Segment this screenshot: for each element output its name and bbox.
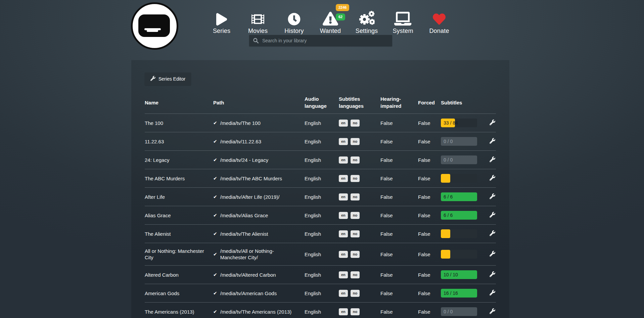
subtitles-languages-cell: enno: [339, 175, 380, 182]
wrench-icon[interactable]: [490, 120, 495, 127]
hearing-impaired-value: False: [380, 194, 418, 200]
series-name[interactable]: The Alienist: [145, 231, 213, 237]
series-editor-panel: Series Editor Name Path Audio language S…: [131, 60, 509, 318]
language-badge: en: [339, 175, 348, 182]
table-row: The ABC Murders✔/media/tv/The ABC Murder…: [145, 169, 496, 187]
series-editor-button[interactable]: Series Editor: [145, 73, 191, 85]
search-icon: [253, 38, 259, 44]
subtitles-progress-label: 0 / 0: [444, 309, 453, 315]
logo-subtitle-bar: [147, 30, 158, 32]
table-row: American Gods✔/media/tv/American GodsEng…: [145, 284, 496, 302]
subtitles-progress-bar: [441, 174, 477, 183]
wrench-icon[interactable]: [490, 156, 495, 164]
hearing-impaired-value: False: [380, 157, 418, 163]
wrench-icon[interactable]: [490, 175, 495, 182]
table-row: 24: Legacy✔/media/tv/24 - LegacyEnglishe…: [145, 150, 496, 169]
subtitles-languages-cell: enno: [339, 289, 380, 297]
series-table-body: The 100✔/media/tv/The 100EnglishennoFals…: [145, 113, 496, 318]
wrench-icon[interactable]: [490, 138, 495, 145]
bazarr-logo[interactable]: [131, 2, 178, 50]
subtitles-progress-bar: 6 / 6: [441, 211, 477, 220]
series-name[interactable]: After Life: [145, 194, 213, 200]
series-path: /media/tv/The ABC Murders: [220, 175, 282, 182]
series-name[interactable]: Alias Grace: [145, 212, 213, 219]
series-name[interactable]: 11.22.63: [145, 138, 213, 145]
subtitles-progress-bar: [441, 250, 477, 259]
hearing-impaired-value: False: [380, 212, 418, 219]
nav-item-settings[interactable]: Settings: [349, 9, 385, 35]
wrench-icon[interactable]: [490, 290, 495, 297]
subtitles-progress-bar: 16 / 16: [441, 289, 477, 298]
subtitles-languages-cell: enno: [339, 271, 380, 278]
hearing-impaired-value: False: [380, 290, 418, 297]
check-icon: ✔: [213, 194, 217, 200]
series-name[interactable]: The ABC Murders: [145, 175, 213, 182]
series-name[interactable]: All or Nothing: Manchester City: [145, 248, 213, 261]
nav-label: System: [393, 28, 413, 35]
subtitles-languages-cell: enno: [339, 251, 380, 258]
table-row: All or Nothing: Manchester City✔/media/t…: [145, 243, 496, 265]
forced-value: False: [418, 138, 441, 145]
heart-icon: [433, 13, 446, 26]
subtitles-progress-label: 33 / 84: [444, 120, 458, 126]
wrench-icon[interactable]: [490, 271, 495, 278]
subtitles-progress-bar: 6 / 6: [441, 192, 477, 201]
wrench-icon[interactable]: [490, 308, 495, 315]
language-badge: no: [351, 251, 360, 258]
nav-label: Donate: [429, 28, 449, 35]
table-header: Name Path Audio language Subtitles langu…: [145, 95, 496, 113]
wrench-icon[interactable]: [490, 230, 495, 237]
table-row: The Americans (2013)✔/media/tv/The Ameri…: [145, 302, 496, 318]
subtitles-progress-label: 0 / 0: [444, 157, 453, 163]
forced-value: False: [418, 251, 441, 258]
nav-label: Wanted: [320, 28, 341, 35]
subtitles-languages-cell: enno: [339, 138, 380, 145]
hearing-impaired-value: False: [380, 138, 418, 145]
series-path: /media/tv/The 100: [220, 120, 261, 126]
subtitles-progress-bar: [441, 229, 477, 238]
nav-item-system[interactable]: System: [385, 9, 421, 35]
subtitles-languages-cell: enno: [339, 156, 380, 164]
check-icon: ✔: [213, 157, 217, 163]
subtitles-languages-cell: enno: [339, 119, 380, 127]
nav-item-series[interactable]: Series: [203, 9, 240, 35]
nav-item-wanted[interactable]: 224662Wanted: [312, 9, 349, 35]
gears-icon: [359, 11, 375, 26]
col-header-forced: Forced: [418, 99, 441, 106]
check-icon: ✔: [213, 138, 217, 145]
series-name[interactable]: The Americans (2013): [145, 309, 213, 315]
language-badge: no: [351, 156, 360, 164]
subtitles-progress-label: 0 / 0: [444, 138, 453, 145]
table-row: Altered Carbon✔/media/tv/Altered CarbonE…: [145, 265, 496, 284]
nav-item-donate[interactable]: Donate: [421, 9, 457, 35]
check-icon: ✔: [213, 309, 217, 315]
subtitles-progress-label: 16 / 16: [444, 290, 458, 297]
series-name[interactable]: 24: Legacy: [145, 157, 213, 163]
forced-value: False: [418, 272, 441, 278]
subtitles-progress-bar: 0 / 0: [441, 307, 477, 316]
search-input[interactable]: [262, 38, 388, 43]
nav-item-history[interactable]: History: [276, 9, 312, 35]
audio-language-value: English: [305, 157, 339, 163]
subtitles-languages-cell: enno: [339, 193, 380, 200]
series-name[interactable]: The 100: [145, 120, 213, 126]
table-row: Alias Grace✔/media/tv/Alias GraceEnglish…: [145, 206, 496, 224]
audio-language-value: English: [305, 175, 339, 182]
audio-language-value: English: [305, 120, 339, 126]
language-badge: no: [351, 193, 360, 200]
language-badge: no: [351, 308, 360, 315]
subtitles-progress-bar: 0 / 0: [441, 155, 477, 164]
series-name[interactable]: Altered Carbon: [145, 272, 213, 278]
subtitles-progress-bar: 10 / 10: [441, 270, 477, 279]
series-name[interactable]: American Gods: [145, 290, 213, 297]
hearing-impaired-value: False: [380, 120, 418, 126]
wrench-icon[interactable]: [490, 212, 495, 219]
nav-item-movies[interactable]: Movies: [240, 9, 276, 35]
wrench-icon[interactable]: [490, 193, 495, 200]
clock-icon: [288, 13, 301, 26]
forced-value: False: [418, 194, 441, 200]
wrench-icon[interactable]: [490, 251, 495, 258]
language-badge: en: [339, 193, 348, 200]
hearing-impaired-value: False: [380, 175, 418, 182]
forced-value: False: [418, 157, 441, 163]
